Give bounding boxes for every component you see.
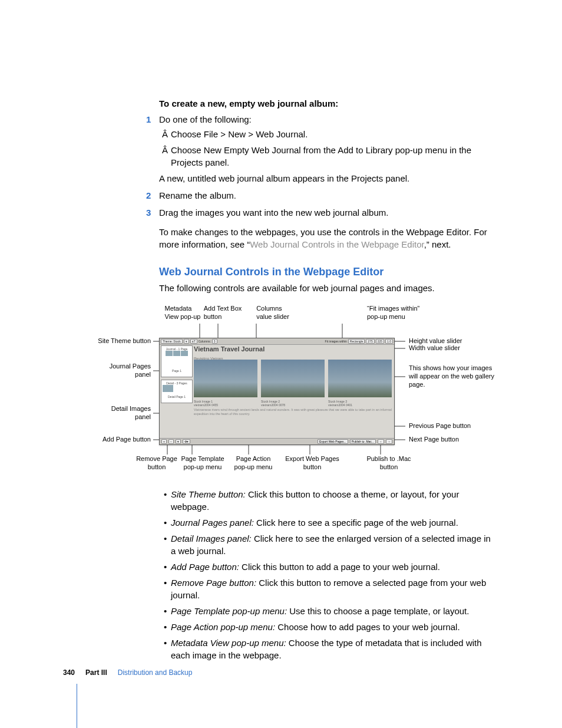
remove-page-button[interactable]: − — [168, 439, 174, 444]
callout-label: MetadataView pop-up — [165, 305, 201, 321]
section-heading: Web Journal Controls in the Webpage Edit… — [159, 265, 491, 279]
step-text: Rename the album. — [159, 190, 236, 200]
gallery-photo — [261, 360, 325, 397]
step-number: 1 — [146, 113, 151, 126]
section-intro: The following controls are available for… — [159, 282, 491, 294]
step-number: 3 — [146, 206, 151, 219]
page-number: 340 — [63, 668, 75, 677]
step-result: A new, untitled web journal album appear… — [159, 172, 491, 185]
add-page-button[interactable]: + — [161, 439, 167, 444]
controls-glossary: Site Theme button: Click this button to … — [159, 488, 491, 661]
step-follow-tail: ,” next. — [424, 239, 451, 249]
glossary-def: Use this to choose a page template, or l… — [287, 606, 469, 616]
glossary-term: Page Template pop-up menu: — [171, 606, 287, 616]
callout-label: Export Web Pagesbutton — [277, 455, 348, 472]
journal-page-label: Page 1 — [163, 369, 191, 373]
running-footer: 340 Part III Distribution and Backup — [63, 668, 491, 677]
caption-row: Stock Image 1vietnam2004 0455 Stock Imag… — [194, 400, 392, 407]
site-theme-button[interactable]: Theme: Stock — [161, 339, 183, 344]
annotated-figure: Theme: Stock ▾ aT Columns: 3 Fit images … — [94, 305, 518, 473]
add-text-box-button[interactable]: aT — [190, 339, 197, 344]
callout-label: Previous Page button — [409, 422, 497, 430]
part-label: Part III — [85, 668, 107, 677]
metadata-view-popup[interactable]: ▾ — [184, 339, 189, 344]
top-toolbar: Theme: Stock ▾ aT Columns: 3 Fit images … — [160, 338, 394, 345]
glossary-def: Click here to see a specific page of the… — [254, 518, 458, 528]
page-template-popup[interactable]: ▾ — [176, 439, 181, 444]
bottom-toolbar: + − ▾ ⚙▾ Export Web Pages... Publish to … — [160, 438, 394, 444]
detail-page-label: Detail Page 1 — [163, 395, 191, 398]
callout-label: Width value slider — [409, 344, 497, 353]
export-web-pages-button[interactable]: Export Web Pages... — [318, 439, 348, 444]
callout-label: Detail Images panel — [94, 405, 151, 421]
callout-label: Next Page button — [409, 436, 497, 444]
glossary-term: Add Page button: — [171, 562, 239, 572]
glossary-def: Click this button to add a page to your … — [239, 562, 440, 572]
columns-value-slider[interactable]: 3 — [212, 339, 217, 344]
callout-label: Page Actionpop-up menu — [221, 455, 286, 472]
gallery-photo — [194, 360, 257, 397]
procedure-title: To create a new, empty web journal album… — [159, 97, 491, 110]
publish-to-mac-button[interactable]: Publish to .Mac... — [350, 439, 376, 444]
callout-label: Columnsvalue slider — [256, 305, 289, 321]
callout-label: Add Text Boxbutton — [204, 305, 242, 321]
cross-reference[interactable]: Web Journal Controls in the Webpage Edit… — [250, 239, 424, 249]
procedure-steps: 1 Do one of the following: Choose File >… — [159, 113, 491, 251]
step-text: Do one of the following: — [159, 114, 252, 124]
fit-within-popup[interactable]: Rectangle — [348, 339, 365, 344]
width-value-slider[interactable]: 275 — [366, 339, 374, 344]
section-label: Distribution and Backup — [118, 668, 193, 677]
scale-display: 1.0 — [385, 339, 393, 344]
glossary-term: Journal Pages panel: — [171, 518, 254, 528]
glossary-def: Choose how to add pages to your web jour… — [275, 622, 460, 632]
left-panels: Journal - 1 Page Page 1 Detail - 3 Pages… — [161, 345, 193, 437]
callout-label: Journal Pages panel — [94, 363, 151, 379]
step-text: Drag the images you want into the new we… — [159, 207, 388, 218]
fit-within-label: Fit images within — [325, 340, 347, 343]
glossary-term: Remove Page button: — [171, 578, 256, 588]
callout-label: This shows how your images will appear o… — [409, 365, 497, 389]
step-bullet: Choose New Empty Web Journal from the Ad… — [171, 144, 491, 169]
callout-label: “Fit images within”pop-up menu — [367, 305, 419, 321]
screenshot: Theme: Stock ▾ aT Columns: 3 Fit images … — [159, 338, 395, 445]
gallery-photo — [328, 360, 392, 397]
step-number: 2 — [146, 189, 151, 202]
trim-line — [77, 684, 77, 728]
callout-label: Publish to .Macbutton — [356, 455, 421, 472]
callout-label: Site Theme button — [94, 337, 151, 345]
page-action-popup[interactable]: ⚙▾ — [183, 439, 190, 444]
page-body: To create a new, empty web journal album… — [159, 97, 491, 665]
journal-body-text: Vietnamese rivers wind through ancient l… — [194, 408, 392, 416]
callout-label: Add Page button — [94, 436, 151, 444]
glossary-term: Site Theme button: — [171, 489, 246, 499]
step-bullet: Choose File > New > Web Journal. — [171, 128, 491, 140]
glossary-term: Detail Images panel: — [171, 533, 252, 543]
columns-label: Columns: — [199, 340, 211, 343]
glossary-term: Metadata View pop-up menu: — [171, 638, 286, 648]
detail-images-panel[interactable]: Detail - 3 Pages Detail Page 1 — [161, 380, 193, 403]
glossary-term: Page Action pop-up menu: — [171, 622, 275, 632]
height-value-slider[interactable]: 225 — [376, 339, 384, 344]
previous-page-button[interactable]: ← — [378, 439, 384, 444]
next-page-button[interactable]: → — [386, 439, 392, 444]
journal-pages-panel[interactable]: Journal - 1 Page Page 1 — [161, 345, 193, 377]
gallery-preview — [194, 360, 392, 427]
